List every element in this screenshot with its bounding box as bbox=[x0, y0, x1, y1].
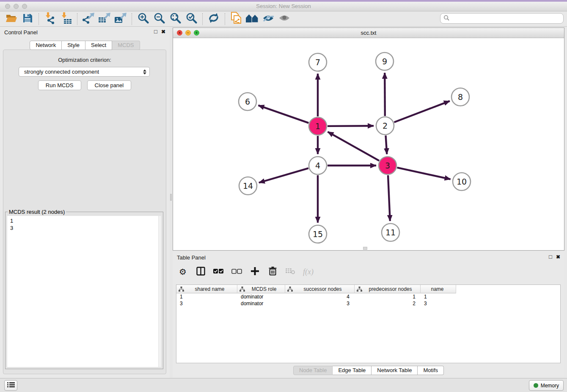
graph-edge-2-9[interactable] bbox=[385, 73, 385, 116]
criterion-dropdown[interactable]: strongly connected component bbox=[19, 67, 150, 77]
tab-network-table[interactable]: Network Table bbox=[372, 366, 418, 375]
graph-node-8[interactable]: 8 bbox=[451, 88, 469, 106]
tab-node-table[interactable]: Node Table bbox=[293, 366, 333, 375]
hierarchy-icon bbox=[287, 287, 293, 292]
cell-successor-nodes[interactable]: 3 bbox=[285, 301, 355, 306]
export-image-button[interactable] bbox=[113, 12, 129, 26]
graph-node-2[interactable]: 2 bbox=[376, 117, 394, 135]
graph-node-9[interactable]: 9 bbox=[376, 52, 394, 70]
table-header-row: shared nameMCDS rolesuccessor nodesprede… bbox=[176, 285, 560, 293]
tab-select[interactable]: Select bbox=[85, 41, 112, 50]
tab-mcds[interactable]: MCDS bbox=[112, 41, 140, 50]
network-maximize-button[interactable]: + bbox=[194, 30, 199, 36]
search-input[interactable] bbox=[449, 15, 563, 22]
export-table-button[interactable] bbox=[96, 12, 113, 26]
zoom-selected-button[interactable] bbox=[183, 12, 199, 26]
network-close-button[interactable]: × bbox=[177, 30, 182, 36]
column-header-name[interactable]: name bbox=[421, 285, 456, 293]
mcds-result-area[interactable]: 1 3 bbox=[7, 216, 161, 367]
close-table-panel-icon[interactable]: ✖ bbox=[556, 254, 560, 260]
hide-selected-button[interactable] bbox=[260, 12, 276, 26]
import-network-button[interactable] bbox=[42, 12, 58, 26]
new-network-from-selection-button[interactable] bbox=[228, 12, 244, 26]
import-table-button[interactable] bbox=[58, 12, 74, 26]
cell-mcds-role[interactable]: dominator bbox=[237, 301, 285, 306]
graph-edge-2-3[interactable] bbox=[386, 135, 387, 154]
select-all-checkboxes-button[interactable] bbox=[213, 266, 224, 278]
zoom-fit-button[interactable] bbox=[167, 12, 183, 26]
zoom-out-button[interactable] bbox=[151, 12, 167, 26]
divider-grip-icon bbox=[170, 194, 172, 201]
first-neighbors-button[interactable] bbox=[244, 12, 260, 26]
graph-edge-3-10[interactable] bbox=[397, 168, 451, 179]
refresh-view-button[interactable] bbox=[206, 12, 222, 26]
cell-shared-name[interactable]: 3 bbox=[176, 301, 237, 306]
column-header-successor-nodes[interactable]: successor nodes bbox=[285, 285, 355, 293]
show-all-button[interactable] bbox=[276, 12, 292, 26]
run-mcds-button[interactable]: Run MCDS bbox=[38, 80, 81, 90]
settings-gear-button[interactable]: ⚙ bbox=[178, 266, 188, 278]
cell-predecessor-nodes[interactable]: 2 bbox=[355, 301, 421, 306]
graph-node-7[interactable]: 7 bbox=[309, 53, 327, 71]
float-panel-icon[interactable]: □ bbox=[154, 29, 157, 35]
open-session-button[interactable] bbox=[3, 12, 19, 26]
table-row[interactable]: 3dominator323 bbox=[176, 300, 560, 307]
task-history-button[interactable] bbox=[4, 380, 17, 391]
network-graph[interactable]: 7968124314101511 bbox=[173, 38, 564, 250]
save-session-button[interactable] bbox=[19, 12, 36, 26]
graph-node-3[interactable]: 3 bbox=[379, 157, 396, 174]
graph-node-11[interactable]: 11 bbox=[382, 224, 399, 241]
graph-node-15[interactable]: 15 bbox=[309, 225, 327, 243]
tab-style[interactable]: Style bbox=[62, 41, 85, 50]
table-panel: Table Panel □ ✖ ⚙f(x) shared nameMCDS ro… bbox=[173, 252, 564, 377]
tab-network[interactable]: Network bbox=[30, 41, 62, 50]
application-window: Session: New Session Control Panel □ ✖ N… bbox=[0, 0, 567, 392]
cell-name[interactable]: 1 bbox=[421, 294, 456, 300]
split-grip[interactable] bbox=[363, 247, 367, 250]
cell-shared-name[interactable]: 1 bbox=[176, 294, 237, 300]
export-network-button[interactable] bbox=[80, 12, 96, 26]
minimize-window-button[interactable] bbox=[14, 4, 19, 9]
cell-name[interactable]: 3 bbox=[421, 301, 456, 306]
close-panel-icon[interactable]: ✖ bbox=[161, 29, 165, 35]
graph-node-4[interactable]: 4 bbox=[309, 157, 327, 174]
column-header-mcds-role[interactable]: MCDS role bbox=[237, 285, 285, 293]
graph-edge-3-1[interactable] bbox=[328, 132, 380, 160]
graph-node-14[interactable]: 14 bbox=[239, 177, 257, 195]
network-minimize-button[interactable]: − bbox=[185, 30, 191, 36]
tab-edge-table[interactable]: Edge Table bbox=[333, 366, 372, 375]
cell-mcds-role[interactable]: dominator bbox=[237, 294, 285, 300]
delete-columns-button[interactable] bbox=[267, 266, 278, 278]
graph-node-10[interactable]: 10 bbox=[453, 173, 471, 190]
close-window-button[interactable] bbox=[5, 4, 10, 9]
column-layout-button[interactable] bbox=[195, 266, 206, 278]
cell-successor-nodes[interactable]: 4 bbox=[285, 294, 355, 300]
add-column-button[interactable] bbox=[250, 266, 260, 278]
app-titlebar: Session: New Session bbox=[0, 2, 567, 11]
float-table-panel-icon[interactable]: □ bbox=[549, 254, 552, 260]
column-header-shared-name[interactable]: shared name bbox=[176, 285, 237, 293]
column-header-predecessor-nodes[interactable]: predecessor nodes bbox=[355, 285, 421, 293]
graph-node-1[interactable]: 1 bbox=[309, 117, 327, 135]
graph-edge-4-14[interactable] bbox=[259, 168, 308, 182]
graph-edge-2-8[interactable] bbox=[394, 101, 450, 122]
cell-predecessor-nodes[interactable]: 1 bbox=[355, 294, 421, 300]
graph-edge-1-6[interactable] bbox=[259, 105, 309, 123]
table-row[interactable]: 1dominator411 bbox=[176, 293, 560, 300]
graph-node-6[interactable]: 6 bbox=[239, 93, 256, 110]
graph-edge-3-11[interactable] bbox=[388, 175, 390, 221]
network-canvas[interactable]: 7968124314101511 bbox=[173, 38, 564, 250]
result-scrollbar[interactable] bbox=[158, 216, 161, 367]
maximize-window-button[interactable] bbox=[22, 4, 27, 9]
import-network-icon bbox=[44, 12, 56, 26]
first-neighbors-icon bbox=[246, 14, 259, 25]
panel-divider[interactable] bbox=[170, 27, 173, 378]
close-panel-button[interactable]: Close panel bbox=[87, 80, 132, 90]
memory-button[interactable]: Memory bbox=[529, 380, 564, 391]
search-field[interactable] bbox=[440, 13, 564, 24]
hide-selected-icon bbox=[262, 14, 274, 24]
zoom-in-button[interactable] bbox=[135, 12, 151, 26]
deselect-all-checkboxes-button[interactable] bbox=[231, 266, 242, 278]
graph-edge-1-2[interactable] bbox=[328, 126, 374, 126]
tab-motifs[interactable]: Motifs bbox=[418, 366, 444, 375]
